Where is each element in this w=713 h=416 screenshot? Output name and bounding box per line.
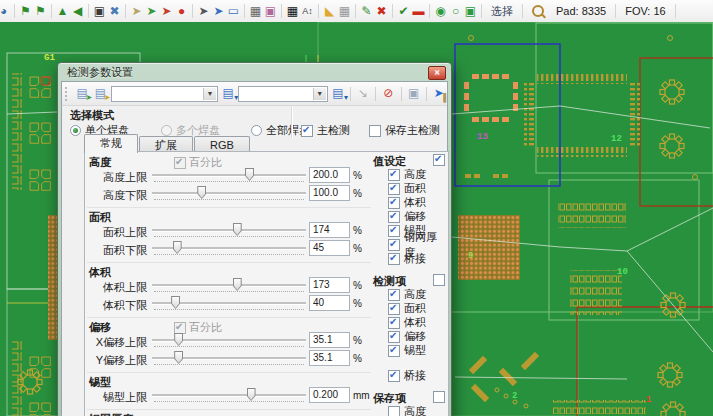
apply-template-1-icon[interactable]: ▤▾	[220, 85, 236, 102]
tiles-icon[interactable]: ▦	[285, 0, 300, 22]
toolbar-separator	[318, 4, 319, 18]
tools-icon[interactable]: ✖	[107, 0, 122, 22]
value-input[interactable]: 200.0	[309, 167, 350, 183]
edit-chart-icon[interactable]: ✎	[359, 0, 374, 22]
template-combo-1[interactable]: ▼	[111, 86, 219, 102]
check-值设定-钢网厚度[interactable]: 钢网厚度	[388, 238, 445, 251]
toolbar-separator	[429, 4, 430, 18]
template-combo-2[interactable]: ▼	[238, 86, 327, 102]
import-file-icon[interactable]: ▤➤	[92, 85, 108, 102]
check-检测项-偏移[interactable]: 偏移	[388, 330, 445, 343]
value-input[interactable]: 100.0	[309, 185, 350, 201]
value-input[interactable]: 173	[309, 277, 350, 293]
check-值设定-偏移[interactable]: 偏移	[388, 210, 445, 223]
slider-thumb[interactable]	[247, 388, 256, 401]
checkbox	[388, 169, 400, 181]
slider-thumb[interactable]	[173, 241, 182, 254]
slider-thumb[interactable]	[174, 351, 183, 364]
apply-check-icon[interactable]: ✔	[396, 0, 411, 22]
pin-dark-icon[interactable]: ➤	[196, 0, 211, 22]
slider-thumb[interactable]	[197, 186, 206, 199]
panel-master-checkbox[interactable]	[433, 154, 445, 166]
grid-circle-icon[interactable]: ▦	[248, 0, 263, 22]
flag-a-icon[interactable]: ⚑	[18, 0, 33, 22]
camera-icon[interactable]: ▣	[263, 0, 278, 22]
delete-icon[interactable]: ✖	[374, 0, 389, 22]
dart-tan-icon[interactable]: ➤	[129, 0, 144, 22]
image-icon[interactable]: ▣	[92, 0, 107, 22]
value-input[interactable]: 0.200	[309, 387, 350, 403]
panel-title: 检测项	[373, 275, 406, 287]
circle-icon[interactable]: ○	[448, 0, 463, 22]
slider-面积下限[interactable]	[152, 240, 306, 258]
check-检测项-高度[interactable]: 高度	[388, 288, 445, 301]
slider-Y偏移上限[interactable]	[152, 350, 306, 368]
dart-blue-icon[interactable]: ➤	[211, 0, 226, 22]
dart-green-icon[interactable]: ➤	[144, 0, 159, 22]
remove-red-icon[interactable]: ▬	[411, 0, 426, 22]
check-值设定-体积[interactable]: 体积	[388, 196, 445, 209]
slider-面积上限[interactable]	[152, 222, 306, 240]
checkbox-label: 保存主检测	[385, 123, 440, 138]
apply-template-2-icon[interactable]: ▤▾	[330, 85, 346, 102]
slider-体积下限[interactable]	[152, 295, 306, 313]
check-检测项-锡型[interactable]: 锡型	[388, 344, 445, 357]
chevron-down-icon[interactable]: ▼	[313, 88, 326, 100]
panel-检测项: 检测项高度面积体积偏移锡型桥接	[373, 274, 445, 382]
slider-thumb[interactable]	[171, 296, 180, 309]
flag-b-icon[interactable]: ⚑	[33, 0, 48, 22]
check-label: 面积	[404, 301, 426, 316]
slider-ticks	[154, 346, 304, 347]
check-检测项-面积[interactable]: 面积	[388, 302, 445, 315]
slider-高度上限[interactable]	[152, 167, 306, 185]
circle-target-icon[interactable]: ◉	[433, 0, 448, 22]
checkbox-主检测[interactable]: 主检测	[301, 123, 350, 138]
save-disk-icon[interactable]: ▣	[405, 85, 421, 102]
export-file-icon[interactable]: ▤➤	[74, 85, 90, 102]
value-input[interactable]: 35.1	[309, 350, 350, 366]
tab-常规[interactable]: 常规	[84, 134, 138, 153]
fit-icon[interactable]: ↘	[355, 85, 371, 102]
select-button[interactable]: 选择	[491, 4, 513, 19]
slider-高度下限[interactable]	[152, 185, 306, 203]
exit-icon[interactable]: ➤▌	[431, 85, 447, 102]
slider-锡型上限[interactable]	[152, 387, 306, 405]
value-input[interactable]: 35.1	[309, 332, 350, 348]
slider-thumb[interactable]	[233, 278, 242, 291]
ruler-icon[interactable]: ◣	[322, 0, 337, 22]
block-icon[interactable]: ⊘	[380, 85, 396, 102]
check-检测项-桥接[interactable]: 桥接	[388, 369, 445, 382]
slider-X偏移上限[interactable]	[152, 332, 306, 350]
sort-az-icon[interactable]: A↕	[300, 0, 315, 22]
panel-master-checkbox[interactable]	[433, 391, 445, 403]
slider-thumb[interactable]	[233, 223, 242, 236]
section-钢网厚度: 钢网厚度钢网厚度0.100mm	[87, 409, 371, 416]
circle-stop-icon[interactable]: ▣	[463, 0, 478, 22]
zoom-icon[interactable]	[532, 5, 544, 17]
checkbox-保存主检测[interactable]: 保存主检测	[369, 123, 440, 138]
rect-select-icon[interactable]: ▭	[226, 0, 241, 22]
slider-thumb[interactable]	[174, 333, 183, 346]
dialog-titlebar[interactable]: 检测参数设置 ✕	[61, 63, 448, 81]
check-值设定-面积[interactable]: 面积	[388, 182, 445, 195]
slider-体积上限[interactable]	[152, 277, 306, 295]
param-row-X偏移上限: X偏移上限35.1%	[87, 332, 371, 350]
prism-icon[interactable]: ▲	[55, 0, 70, 22]
grid-icon[interactable]: ▦	[337, 0, 352, 22]
slider-thumb[interactable]	[245, 168, 254, 181]
clock-history-icon[interactable]: ◕	[0, 0, 11, 22]
checkbox	[369, 125, 381, 137]
panel-master-checkbox[interactable]	[433, 274, 445, 286]
map-pin-icon[interactable]: ●	[174, 0, 189, 22]
value-input[interactable]: 174	[309, 222, 350, 238]
horn-icon[interactable]: ◀	[70, 0, 85, 22]
check-检测项-体积[interactable]: 体积	[388, 316, 445, 329]
toolbar-separator	[675, 4, 676, 18]
close-button[interactable]: ✕	[428, 66, 446, 80]
check-保存项-高度[interactable]: 高度	[388, 405, 445, 416]
value-input[interactable]: 40	[309, 295, 350, 311]
chevron-down-icon[interactable]: ▼	[203, 88, 216, 100]
dart-red-icon[interactable]: ➤	[159, 0, 174, 22]
check-值设定-高度[interactable]: 高度	[388, 168, 445, 181]
value-input[interactable]: 45	[309, 240, 350, 256]
